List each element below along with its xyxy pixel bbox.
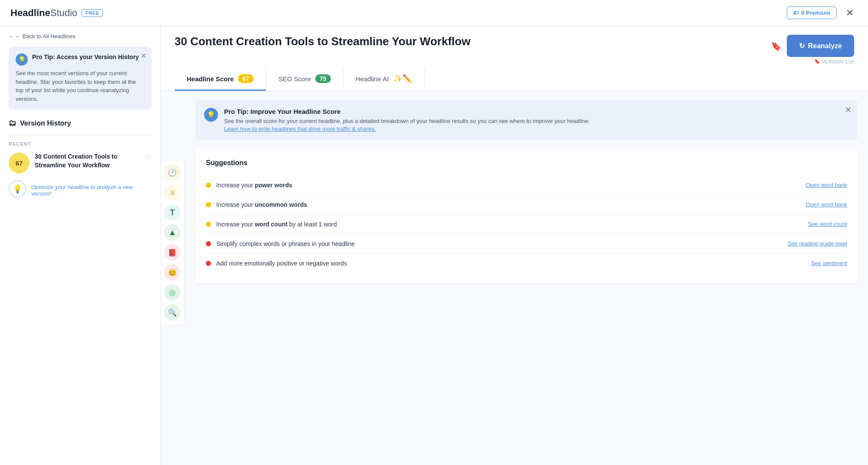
suggestion-left-5: Add more emotionally positive or negativ… <box>206 260 347 267</box>
suggestion-row-complex-words: Simplify complex words or phrases in you… <box>206 234 847 254</box>
suggestion-left-2: Increase your uncommon words <box>206 201 307 208</box>
text-rail-icon[interactable]: T <box>164 204 181 221</box>
headline-actions: 🔖 ↻ Reanalyze <box>771 35 854 57</box>
tab-headline-score[interactable]: Headline Score 67 <box>175 68 266 91</box>
banner-description: See the overall score for your current h… <box>224 117 590 126</box>
suggestion-link-3[interactable]: See word count <box>808 221 847 227</box>
sidebar: ← ← Back to All Headlines 💡 Pro Tip: Acc… <box>0 26 161 465</box>
back-link[interactable]: ← ← Back to All Headlines <box>9 33 152 40</box>
pro-tip-banner: 💡 Pro Tip: Improve Your Headline Score S… <box>195 100 858 140</box>
suggestion-prefix-5: Add more emotionally positive or negativ… <box>216 260 347 267</box>
banner-bulb-icon: 💡 <box>204 108 218 122</box>
suggestion-link-5[interactable]: See sentiment <box>811 260 847 266</box>
suggestions-card: Suggestions Increase your power words Op… <box>195 149 858 283</box>
dot-red-1 <box>206 241 211 246</box>
suggestion-link-2[interactable]: Open word bank <box>806 201 847 208</box>
score-circle: 67 <box>9 153 30 173</box>
reanalyze-button[interactable]: ↻ Reanalyze <box>787 35 854 57</box>
premium-button[interactable]: 🏷 0 Premium <box>787 7 837 19</box>
suggestion-text-2: Increase your uncommon words <box>216 201 307 208</box>
suggestion-row-emotional-words: Add more emotionally positive or negativ… <box>206 254 847 273</box>
dot-red-2 <box>206 261 211 266</box>
history-item: 67 30 Content Creation Tools to Streamli… <box>9 153 152 173</box>
main-layout: ← ← Back to All Headlines 💡 Pro Tip: Acc… <box>0 26 868 465</box>
suggestion-prefix-1: Increase your <box>216 182 255 189</box>
reanalyze-icon: ↻ <box>799 42 805 50</box>
reanalyze-label: Reanalyze <box>808 42 842 50</box>
sidebar-pro-tip-card: 💡 Pro Tip: Access your Version History ✕… <box>9 46 152 110</box>
main-content: 💡 Pro Tip: Improve Your Headline Score S… <box>185 91 868 292</box>
suggestion-prefix-2: Increase your <box>216 201 255 208</box>
version-icon: 🔖 <box>814 59 820 64</box>
dot-yellow-3 <box>206 222 211 227</box>
suggestion-suffix-3: by at least 1 word <box>287 221 337 228</box>
sidebar-pro-tip-header: 💡 Pro Tip: Access your Version History <box>16 53 145 66</box>
version-history-header: 🗂 Version History <box>9 119 152 128</box>
book-rail-icon[interactable]: 📕 <box>164 244 181 261</box>
headline-title: 30 Content Creation Tools to Streamline … <box>175 35 771 48</box>
tab-seo-score[interactable]: SEO Score 75 <box>266 68 343 91</box>
optimize-bulb-icon: 💡 <box>9 180 26 198</box>
list-rail-icon[interactable]: ≡ <box>164 184 181 201</box>
logo-headline: Headline <box>10 7 50 18</box>
top-header: HeadlineStudio FREE 🏷 0 Premium ✕ <box>0 0 868 26</box>
seo-score-badge: 75 <box>315 74 331 83</box>
sidebar-pro-tip-text: See the most recent versions of your cur… <box>16 69 145 103</box>
suggestion-bold-1: power words <box>255 182 292 189</box>
star-icon[interactable]: ☆ <box>145 153 152 161</box>
suggestion-prefix-3: Increase your <box>216 221 255 228</box>
sidebar-pro-tip-close[interactable]: ✕ <box>141 52 146 60</box>
dot-yellow-2 <box>206 202 211 207</box>
suggestion-text-5: Add more emotionally positive or negativ… <box>216 260 347 267</box>
close-button[interactable]: ✕ <box>842 5 858 21</box>
suggestion-bold-3: word count <box>255 221 287 228</box>
recent-label: RECENT <box>9 141 152 146</box>
suggestion-link-4[interactable]: See reading grade level <box>788 240 847 247</box>
suggestion-left-3: Increase your word count by at least 1 w… <box>206 221 337 228</box>
layers-icon: 🗂 <box>9 119 17 128</box>
free-badge: FREE <box>82 9 103 17</box>
premium-label: 0 Premium <box>802 10 830 16</box>
suggestion-text-1: Increase your power words <box>216 182 292 189</box>
suggestion-bold-2: uncommon words <box>255 201 307 208</box>
version-text: VERSION 1/25 <box>822 59 854 64</box>
suggestion-left-1: Increase your power words <box>206 182 292 189</box>
suggestion-link-1[interactable]: Open word bank <box>806 182 847 188</box>
suggestion-prefix-4: Simplify complex words or phrases in you… <box>216 240 355 247</box>
banner-link[interactable]: Learn how to write headlines that drive … <box>224 126 590 132</box>
headline-header: 30 Content Creation Tools to Streamline … <box>161 26 868 91</box>
optimize-text: Optimize your headline to analyze a new … <box>31 180 152 197</box>
suggestion-left-4: Simplify complex words or phrases in you… <box>206 240 355 247</box>
suggestion-text-4: Simplify complex words or phrases in you… <box>216 240 355 247</box>
banner-content: Pro Tip: Improve Your Headline Score See… <box>224 108 590 132</box>
ai-sparkle-icon: ✨✏️ <box>393 74 412 83</box>
time-rail-icon[interactable]: 🕐 <box>164 164 181 181</box>
chart-rail-icon[interactable]: ▲ <box>164 224 181 241</box>
logo: HeadlineStudio <box>10 7 77 19</box>
bookmark-flag-icon: 🏷 <box>793 10 799 16</box>
headline-ai-label: Headline AI <box>356 75 389 83</box>
target-rail-icon[interactable]: ◎ <box>164 284 181 301</box>
headline-bookmark-icon[interactable]: 🔖 <box>771 41 782 51</box>
history-item-title: 30 Content Creation Tools to Streamline … <box>35 153 140 169</box>
suggestion-row-uncommon-words: Increase your uncommon words Open word b… <box>206 195 847 215</box>
suggestion-row-word-count: Increase your word count by at least 1 w… <box>206 215 847 234</box>
banner-close-button[interactable]: ✕ <box>845 105 851 115</box>
logo-studio: Studio <box>50 7 77 18</box>
tab-headline-ai[interactable]: Headline AI ✨✏️ <box>343 68 425 91</box>
optimize-item: 💡 Optimize your headline to analyze a ne… <box>9 180 152 198</box>
suggestion-text-3: Increase your word count by at least 1 w… <box>216 221 337 228</box>
history-item-content: 30 Content Creation Tools to Streamline … <box>35 153 140 169</box>
back-link-label: ← Back to All Headlines <box>15 33 76 40</box>
sentiment-rail-icon[interactable]: 😊 <box>164 264 181 281</box>
bulb-icon: 💡 <box>16 53 28 66</box>
dot-yellow-1 <box>206 183 211 188</box>
suggestions-title: Suggestions <box>206 159 847 167</box>
banner-title: Pro Tip: Improve Your Headline Score <box>224 108 590 115</box>
headline-score-badge: 67 <box>238 74 254 83</box>
back-arrow-icon: ← <box>9 33 14 40</box>
seo-score-label: SEO Score <box>278 75 311 83</box>
search-rail-icon[interactable]: 🔍 <box>164 304 181 321</box>
icon-rail: 🕐 ≡ T ▲ 📕 😊 ◎ 🔍 <box>161 161 185 324</box>
sidebar-pro-tip-title: Pro Tip: Access your Version History <box>32 53 139 60</box>
